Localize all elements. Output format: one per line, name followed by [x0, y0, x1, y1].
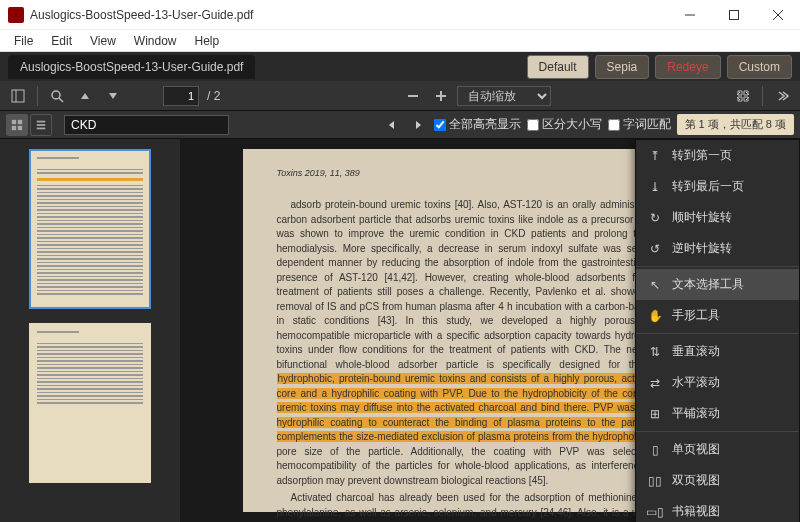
- theme-sepia-button[interactable]: Sepia: [595, 55, 650, 79]
- vscroll-icon: ⇅: [648, 345, 662, 359]
- menu-edit[interactable]: Edit: [43, 32, 80, 50]
- zoom-out-button[interactable]: [401, 84, 425, 108]
- single-page-icon: ▯: [648, 443, 662, 457]
- whole-word-checkbox[interactable]: [608, 119, 620, 131]
- theme-redeye-button[interactable]: Redeye: [655, 55, 720, 79]
- match-case-checkbox[interactable]: [527, 119, 539, 131]
- highlight-all-checkbox[interactable]: [434, 119, 446, 131]
- app-icon: [8, 7, 24, 23]
- svg-rect-14: [18, 125, 22, 129]
- hand-icon: ✋: [648, 309, 662, 323]
- menu-two-page[interactable]: ▯▯双页视图: [636, 465, 799, 496]
- menu-rotate-ccw[interactable]: ↺逆时针旋转: [636, 233, 799, 264]
- svg-rect-1: [730, 10, 739, 19]
- titlebar: Auslogics-BoostSpeed-13-User-Guide.pdf: [0, 0, 800, 30]
- page-number-input[interactable]: [163, 86, 199, 106]
- book-icon: ▭▯: [648, 505, 662, 519]
- find-button[interactable]: [45, 84, 69, 108]
- theme-default-button[interactable]: Default: [527, 55, 589, 79]
- two-page-icon: ▯▯: [648, 474, 662, 488]
- outline-view-button[interactable]: [30, 114, 52, 136]
- svg-rect-13: [12, 125, 16, 129]
- thumbnail-sidebar[interactable]: [0, 139, 180, 522]
- thumbnail-view-button[interactable]: [6, 114, 28, 136]
- content-area: Toxins 2019, 11, 389 adsorb protein-boun…: [0, 139, 800, 522]
- menu-single-page[interactable]: ▯单页视图: [636, 434, 799, 465]
- close-button[interactable]: [756, 0, 800, 29]
- svg-rect-11: [12, 119, 16, 123]
- cursor-icon: ↖: [648, 278, 662, 292]
- find-result-label: 第 1 项，共匹配 8 项: [677, 114, 794, 135]
- findbar: 全部高亮显示 区分大小写 字词匹配 第 1 项，共匹配 8 项: [0, 111, 800, 139]
- first-page-icon: ⤒: [648, 149, 662, 163]
- menu-file[interactable]: File: [6, 32, 41, 50]
- next-page-button[interactable]: [101, 84, 125, 108]
- thumbnail-page-1[interactable]: [29, 149, 151, 309]
- secondary-toolbar-menu: ⤒转到第一页 ⤓转到最后一页 ↻顺时针旋转 ↺逆时针旋转 ↖文本选择工具 ✋手形…: [635, 139, 800, 522]
- tabbar: Auslogics-BoostSpeed-13-User-Guide.pdf D…: [0, 52, 800, 81]
- rotate-ccw-icon: ↺: [648, 242, 662, 256]
- menu-view[interactable]: View: [82, 32, 124, 50]
- thumbnail-page-2[interactable]: [29, 323, 151, 483]
- hscroll-icon: ⇄: [648, 376, 662, 390]
- menu-horizontal-scroll[interactable]: ⇄水平滚动: [636, 367, 799, 398]
- svg-rect-12: [18, 119, 22, 123]
- find-input[interactable]: [64, 115, 229, 135]
- theme-custom-button[interactable]: Custom: [727, 55, 792, 79]
- wrap-icon: ⊞: [648, 407, 662, 421]
- svg-line-7: [59, 98, 63, 102]
- find-next-button[interactable]: [408, 115, 428, 135]
- tools-menu-button[interactable]: [770, 84, 794, 108]
- toolbar: / 2 自动缩放: [0, 81, 800, 111]
- svg-point-6: [52, 91, 60, 99]
- svg-rect-4: [12, 90, 24, 102]
- zoom-in-button[interactable]: [429, 84, 453, 108]
- prev-page-button[interactable]: [73, 84, 97, 108]
- menu-first-page[interactable]: ⤒转到第一页: [636, 140, 799, 171]
- menu-window[interactable]: Window: [126, 32, 185, 50]
- menu-last-page[interactable]: ⤓转到最后一页: [636, 171, 799, 202]
- menu-book-view[interactable]: ▭▯书籍视图: [636, 496, 799, 522]
- rotate-cw-icon: ↻: [648, 211, 662, 225]
- minimize-button[interactable]: [668, 0, 712, 29]
- window-title: Auslogics-BoostSpeed-13-User-Guide.pdf: [30, 8, 668, 22]
- menu-help[interactable]: Help: [187, 32, 228, 50]
- page-total-label: / 2: [207, 89, 220, 103]
- menu-vertical-scroll[interactable]: ⇅垂直滚动: [636, 336, 799, 367]
- menu-rotate-cw[interactable]: ↻顺时针旋转: [636, 202, 799, 233]
- match-case-option[interactable]: 区分大小写: [527, 116, 602, 133]
- last-page-icon: ⤓: [648, 180, 662, 194]
- menu-hand-tool[interactable]: ✋手形工具: [636, 300, 799, 331]
- presentation-button[interactable]: [731, 84, 755, 108]
- menubar: File Edit View Window Help: [0, 30, 800, 52]
- menu-text-select-tool[interactable]: ↖文本选择工具: [636, 269, 799, 300]
- zoom-select[interactable]: 自动缩放: [457, 86, 551, 106]
- whole-word-option[interactable]: 字词匹配: [608, 116, 671, 133]
- document-tab[interactable]: Auslogics-BoostSpeed-13-User-Guide.pdf: [8, 55, 255, 79]
- find-prev-button[interactable]: [382, 115, 402, 135]
- sidebar-toggle-button[interactable]: [6, 84, 30, 108]
- menu-wrapped-scroll[interactable]: ⊞平铺滚动: [636, 398, 799, 429]
- highlight-all-option[interactable]: 全部高亮显示: [434, 116, 521, 133]
- maximize-button[interactable]: [712, 0, 756, 29]
